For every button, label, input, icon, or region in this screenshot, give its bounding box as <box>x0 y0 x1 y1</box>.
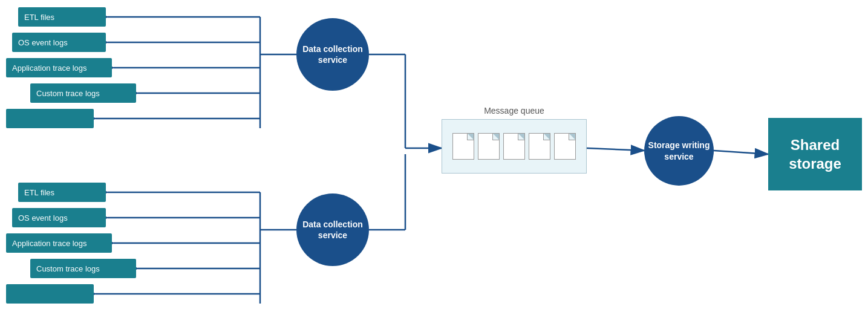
queue-doc-1 <box>452 133 474 160</box>
message-queue-container: Message queue <box>442 106 587 178</box>
bot-data-collection-circle: Data collection service <box>296 193 369 266</box>
top-app-box: Application trace logs <box>6 58 112 77</box>
top-etl-box: ETL files <box>18 7 106 27</box>
diagram-container: ETL files OS event logs Application trac… <box>0 0 868 312</box>
bot-os-box: OS event logs <box>12 208 106 227</box>
top-os-box: OS event logs <box>12 33 106 52</box>
message-queue-label: Message queue <box>442 106 587 115</box>
message-queue-box <box>442 119 587 174</box>
queue-doc-4 <box>529 133 550 160</box>
queue-doc-3 <box>503 133 525 160</box>
top-extra-box <box>6 109 94 128</box>
svg-line-22 <box>714 151 768 154</box>
bot-app-box: Application trace logs <box>6 233 112 253</box>
bot-custom-box: Custom trace logs <box>30 259 136 278</box>
bot-extra-box <box>6 284 94 304</box>
storage-writing-circle: Storage writing service <box>644 116 714 186</box>
top-data-collection-circle: Data collection service <box>296 18 369 91</box>
queue-doc-2 <box>478 133 500 160</box>
bot-etl-box: ETL files <box>18 183 106 202</box>
shared-storage-box: Shared storage <box>768 118 862 190</box>
top-custom-box: Custom trace logs <box>30 83 136 103</box>
queue-doc-5 <box>554 133 576 160</box>
svg-line-21 <box>587 148 644 151</box>
